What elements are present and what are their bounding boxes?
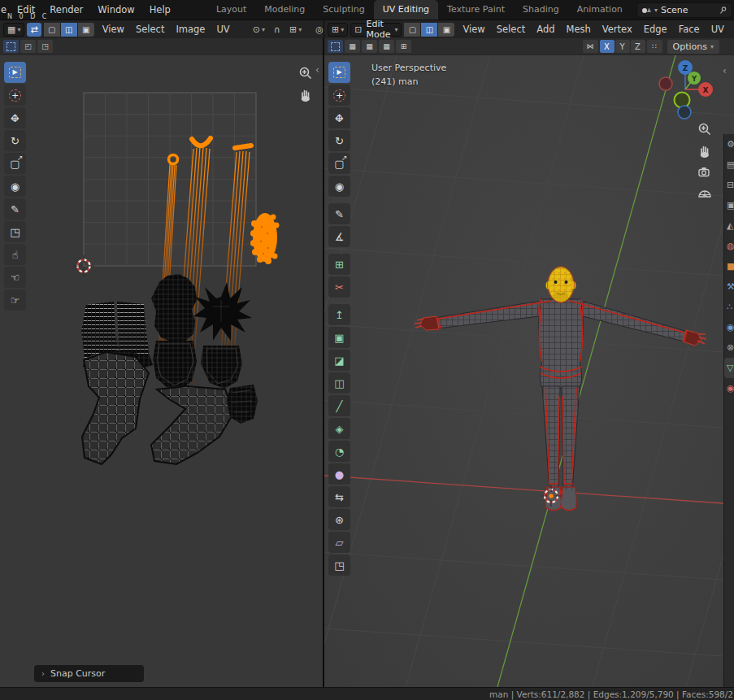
tool-smooth[interactable]: ● [328,463,350,485]
view3d-menu-view[interactable]: View [457,21,490,37]
tool-extrude-region[interactable]: ↥ [328,304,350,325]
uv-select-vertex[interactable]: ▢ [44,23,60,37]
workspace-tab-shading[interactable]: Shading [514,0,568,20]
tab-object[interactable]: ■ [724,256,734,276]
tool-move[interactable]: ↔ [328,107,350,128]
workspace-tab-layout[interactable]: Layout [207,0,255,20]
workspace-tab-sculpting[interactable]: Sculpting [314,0,373,20]
uv-sync-select-toggle[interactable]: ⇄ [27,23,41,37]
options-dropdown[interactable]: Options ▾ [667,40,719,54]
workspace-tab-texture-paint[interactable]: Texture Paint [438,0,514,20]
overlay-toggle-4[interactable]: ⊞ [396,40,411,53]
view3d-menu-face[interactable]: Face [673,21,706,37]
mode-selector[interactable]: ⊡ Edit Mode ▾ [350,23,402,37]
uv-pivot-dropdown[interactable]: ⊙ ▾ [250,23,268,37]
uv-shared-edge-mode[interactable]: ◳ [37,40,53,53]
view3d-menu-select[interactable]: Select [491,21,531,37]
tool-loop-cut[interactable]: ◫ [328,372,350,393]
tab-data[interactable]: ▽ [724,358,734,378]
tool-move[interactable]: ↔ [4,107,26,128]
uv-proportional-edit-toggle[interactable]: ◎ [312,23,324,37]
view3d-menu-vertex[interactable]: Vertex [597,21,638,37]
tab-render[interactable]: ▤ [724,154,734,175]
uv-menu-image[interactable]: Image [170,21,211,37]
tool-transform[interactable]: ◉ [4,176,26,197]
tool-bisect[interactable]: ╱ [328,395,350,416]
tab-physics[interactable]: ◉ [724,317,734,337]
mesh-select-vertex[interactable]: ▢ [404,23,420,37]
uv-snap-target-dropdown[interactable]: ⊞ ▾ [286,23,305,37]
tool-grab[interactable]: ☝ [4,244,26,265]
tool-edge-slide[interactable]: ⇆ [328,486,350,507]
view3d-menu-add[interactable]: Add [531,21,560,37]
tool-measure[interactable]: ∡ [328,226,350,247]
mesh-select-face[interactable]: ▣ [438,23,454,37]
workspace-tab-modeling[interactable]: Modeling [255,0,314,20]
tool-inset-faces[interactable]: ▣ [328,327,350,348]
mesh-select-edge[interactable]: ◫ [421,23,437,37]
overlay-toggle-3[interactable]: ▦ [379,40,394,53]
uv-menu-uv[interactable]: UV [211,21,235,37]
tool-2d-cursor[interactable]: + [4,85,26,106]
tool-rotate[interactable]: ↻ [328,130,350,151]
tab-constraints[interactable]: ⊗ [724,337,734,358]
tool-rotate[interactable]: ↻ [4,130,26,151]
uv-select-edge[interactable]: ◫ [61,23,77,37]
overlay-toggle-2[interactable]: ▦ [362,40,377,53]
tab-tool[interactable]: ⚙ [724,134,734,154]
tab-material[interactable]: ◉ [724,378,734,398]
uv-shared-vertex-mode[interactable]: ◰ [20,40,36,53]
tool-shrink-fatten[interactable]: ⊛ [328,509,350,530]
tool-rip-region[interactable]: ◳ [328,554,350,576]
viewport-zoom-icon[interactable] [697,121,713,137]
tab-output[interactable]: ⊟ [724,175,734,195]
viewport-pan-hand-icon[interactable] [697,142,713,159]
tool-rip-region[interactable]: ◳ [4,221,26,242]
tool-3d-cursor[interactable]: + [328,85,350,106]
uv-island-head[interactable] [151,274,197,389]
tab-view-layer[interactable]: ▣ [724,195,734,215]
mirror-axis-z[interactable]: Z [631,40,645,53]
viewport-sidebar-collapse-icon[interactable]: ‹ [723,65,727,76]
tool-transform[interactable]: ◉ [328,176,350,197]
tool-spin[interactable]: ◔ [328,441,350,462]
uv-menu-view[interactable]: View [97,21,130,37]
tool-knife[interactable]: ✂ [328,276,350,298]
tab-scene[interactable]: ◭ [724,215,734,236]
uv-island-hand-small[interactable] [227,385,258,424]
tab-modifiers[interactable]: ⚒ [724,276,734,297]
tool-select-box[interactable]: ▶ [4,62,26,83]
uv-sidebar-collapse-icon[interactable]: ‹ [315,64,319,76]
mirror-icon-button[interactable]: ⋈ [583,40,598,53]
tab-particles[interactable]: ∴ [724,297,734,317]
uv-snap-toggle[interactable]: ∩ [271,23,284,37]
pin-icon[interactable] [719,6,727,15]
viewport-canvas[interactable] [324,38,734,687]
tool-pinch[interactable]: ☞ [4,289,26,311]
navigation-gizmo[interactable]: Z Y X [653,57,721,125]
tool-annotate[interactable]: ✎ [328,203,350,224]
tool-poly-build[interactable]: ◈ [328,418,350,439]
tab-world[interactable]: ◍ [724,236,734,256]
tool-annotate[interactable]: ✎ [4,198,26,220]
uv-select-face[interactable]: ▣ [78,23,94,37]
uv-editor-type-button[interactable]: ▦ ▾ [3,23,24,37]
menu-window[interactable]: Window [90,1,141,19]
tool-scale[interactable]: ▢ [328,153,350,174]
menu-help[interactable]: Help [142,1,178,19]
snap-dots-button[interactable]: ∷ [647,40,662,53]
mirror-axis-y[interactable]: Y [615,40,630,53]
viewport-camera-icon[interactable] [697,164,713,180]
tool-add-cube[interactable]: ⊞ [328,254,350,275]
overlay-toggle-1[interactable]: ▦ [345,40,360,53]
view3d-menu-uv[interactable]: UV [706,21,730,37]
tool-relax[interactable]: ☜ [4,267,26,288]
uv-zoom-icon[interactable] [298,65,314,81]
view3d-menu-mesh[interactable]: Mesh [560,21,596,37]
workspace-tab-uv-editing[interactable]: UV Editing [374,0,438,20]
scene-selector[interactable]: ▾ Scene [636,2,732,18]
viewport-perspective-grid-icon[interactable] [697,185,713,202]
snap-cursor-panel[interactable]: › Snap Cursor [34,665,144,682]
menu-render[interactable]: Render [42,1,90,19]
uv-sticky-select-mode[interactable] [3,40,19,53]
